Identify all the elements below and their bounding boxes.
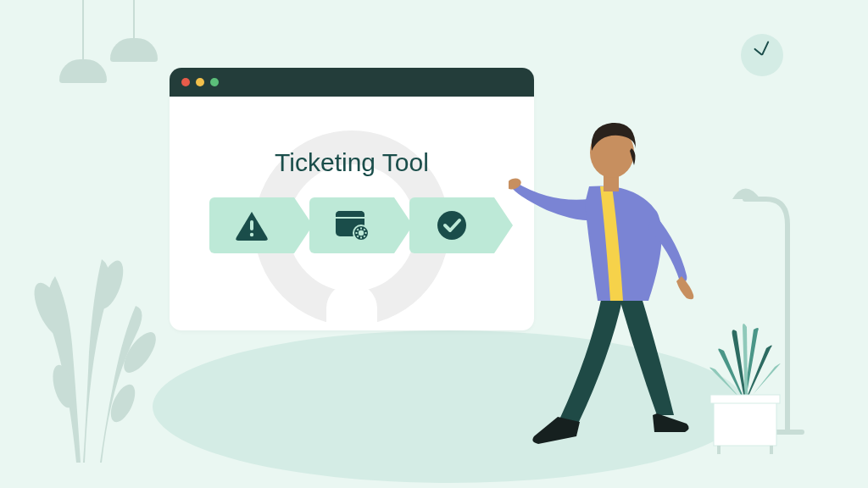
clock-icon bbox=[741, 34, 783, 76]
person-illustration bbox=[509, 102, 729, 441]
step-configure bbox=[309, 197, 394, 253]
window-titlebar bbox=[170, 68, 534, 97]
app-window: Ticketing Tool bbox=[170, 68, 534, 330]
svg-line-22 bbox=[364, 236, 364, 236]
alert-icon bbox=[235, 210, 269, 241]
svg-point-16 bbox=[359, 230, 364, 236]
svg-point-11 bbox=[250, 233, 253, 236]
window-title: Ticketing Tool bbox=[275, 148, 429, 177]
ceiling-lamp-icon bbox=[110, 0, 158, 62]
svg-point-25 bbox=[437, 211, 466, 240]
svg-line-21 bbox=[357, 229, 358, 230]
minimize-dot-icon bbox=[196, 78, 204, 86]
check-circle-icon bbox=[436, 209, 468, 241]
svg-rect-14 bbox=[336, 217, 364, 219]
svg-line-23 bbox=[357, 236, 358, 236]
maximize-dot-icon bbox=[210, 78, 219, 86]
step-alert bbox=[209, 197, 294, 253]
plant-decoration bbox=[25, 225, 178, 463]
ceiling-lamp-icon bbox=[59, 0, 107, 83]
close-dot-icon bbox=[181, 78, 190, 86]
workflow-steps bbox=[209, 197, 494, 253]
step-complete bbox=[409, 197, 494, 253]
window-body: Ticketing Tool bbox=[170, 97, 534, 330]
svg-line-24 bbox=[364, 229, 364, 230]
svg-rect-10 bbox=[250, 220, 253, 230]
settings-window-icon bbox=[334, 209, 370, 241]
